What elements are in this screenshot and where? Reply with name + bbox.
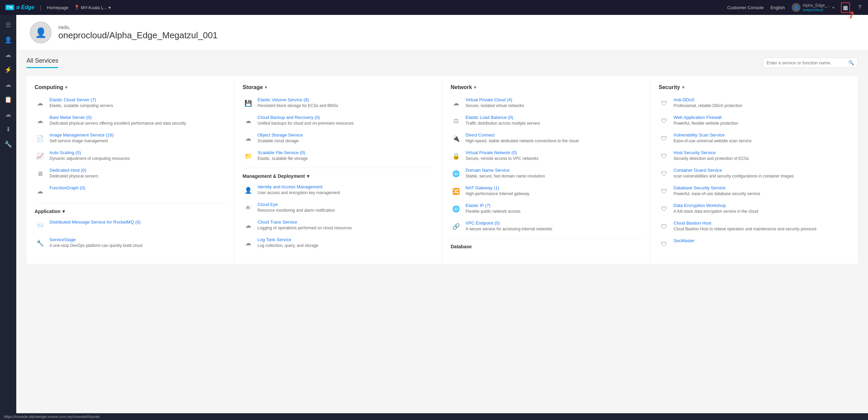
computing-chevron-icon[interactable]: ▾ (65, 85, 67, 90)
mgmt-chevron-icon[interactable]: ▾ (307, 173, 309, 179)
fg-name[interactable]: FunctionGraph (0) (50, 185, 85, 190)
hss-name[interactable]: Host Security Service (674, 150, 749, 155)
customer-console-link[interactable]: Customer Console (727, 5, 764, 10)
dashboard-icon-button[interactable]: ▦ (841, 2, 850, 13)
service-fg[interactable]: ☁ FunctionGraph (0) (35, 185, 226, 197)
tm-logo: TM (5, 5, 14, 10)
network-chevron-icon[interactable]: ▾ (474, 85, 476, 90)
bms-name[interactable]: Bare Metal Server (0) (50, 115, 186, 120)
evs-name[interactable]: Elastic Volume Service (8) (258, 97, 338, 102)
service-cgs[interactable]: 🛡 Container Guard Service scan vulnerabi… (659, 168, 850, 179)
sidebar-item-settings[interactable]: 🔧 (1, 138, 15, 151)
dew-name[interactable]: Data Encryption Workshop (674, 203, 758, 208)
service-nat[interactable]: 🔀 NAT Gateway (1) High-performance Inter… (451, 185, 642, 197)
service-lts[interactable]: ☁ Log Tank Service Log collection, query… (243, 237, 434, 249)
location-icon: 📍 (74, 5, 80, 10)
lts-name[interactable]: Log Tank Service (258, 237, 318, 242)
secmaster-name[interactable]: SecMaster (674, 238, 695, 243)
service-ces[interactable]: 👁 Cloud Eye Resource monitoring and alar… (243, 202, 434, 213)
service-dbss[interactable]: 🛡 Database Security Service Powerful, ea… (659, 185, 850, 197)
service-hss[interactable]: 🛡 Host Security Service Security detecti… (659, 150, 850, 162)
sidebar-item-compute[interactable]: ☁ (1, 78, 15, 91)
homepage-link[interactable]: Homepage (47, 5, 68, 10)
service-dns[interactable]: 🌐 Domain Name Service Stable, secure, fa… (451, 168, 642, 179)
location-selector[interactable]: 📍 MY-Kuala L... ▾ (74, 5, 111, 10)
application-chevron-icon[interactable]: ▾ (62, 209, 65, 214)
cbh-name[interactable]: Cloud Bastion Host (674, 220, 817, 226)
service-sfs[interactable]: 📁 Scalable File Service (0) Elastic, sca… (243, 150, 434, 162)
brand-logo[interactable]: TM α Edge (5, 4, 34, 10)
service-vpn[interactable]: 🔒 Virtual Private Network (0) Secure, re… (451, 150, 642, 162)
vpc-name[interactable]: Virtual Private Cloud (4) (466, 97, 524, 102)
service-dms[interactable]: 📨 Distributed Message Service for Rocket… (35, 219, 226, 231)
cbr-name[interactable]: Cloud Backup and Recovery (0) (258, 115, 354, 120)
service-evs[interactable]: 💾 Elastic Volume Service (8) Persistent … (243, 97, 434, 109)
obs-name[interactable]: Object Storage Service (258, 132, 303, 138)
service-elb[interactable]: ⚖ Elastic Load Balance (0) Traffic distr… (451, 115, 642, 126)
ces-info: Cloud Eye Resource monitoring and alarm … (258, 202, 335, 213)
service-eip[interactable]: 🌐 Elastic IP (7) Flexible public network… (451, 203, 642, 214)
service-dc[interactable]: 🔌 Direct Connect High-speed, stable dedi… (451, 132, 642, 144)
as-name[interactable]: Auto Scaling (0) (50, 150, 130, 155)
service-vpc[interactable]: ☁ Virtual Private Cloud (4) Secure, isol… (451, 97, 642, 109)
service-deh[interactable]: 🖥 Dedicated Host (0) Dedicated physical … (35, 168, 226, 179)
language-selector[interactable]: English (770, 5, 785, 10)
sidebar-menu-toggle[interactable]: ☰ (1, 18, 15, 32)
vpcep-name[interactable]: VPC Endpoint (0) (466, 220, 552, 226)
nat-name[interactable]: NAT Gateway (1) (466, 185, 529, 190)
dns-name[interactable]: Domain Name Service (466, 168, 545, 173)
search-icon[interactable]: 🔍 (848, 60, 854, 65)
service-cbh[interactable]: 🛡 Cloud Bastion Host Cloud Bastion Host … (659, 220, 850, 232)
service-ecs[interactable]: ☁ Elastic Cloud Server (7) Elastic, scal… (35, 97, 226, 109)
service-secmaster[interactable]: 🛡 SecMaster (659, 238, 850, 250)
service-as[interactable]: 📈 Auto Scaling (0) Dynamic adjustment of… (35, 150, 226, 162)
service-search-input[interactable] (767, 60, 848, 65)
vpc-icon: ☁ (451, 98, 461, 109)
storage-chevron-icon[interactable]: ▾ (265, 85, 267, 90)
service-search-box[interactable]: 🔍 (763, 58, 858, 68)
service-cbr[interactable]: ☁ Cloud Backup and Recovery (0) Unified … (243, 115, 434, 126)
service-antiddos[interactable]: 🛡 Anti-DDoS Professional, reliable DDoS … (659, 97, 850, 109)
sfs-name[interactable]: Scalable File Service (0) (258, 150, 308, 155)
sidebar-item-storage[interactable]: ☁ (1, 108, 15, 121)
waf-name[interactable]: Web Application Firewall (674, 115, 738, 120)
help-icon-button[interactable]: ? (857, 3, 863, 12)
sidebar-item-cloud[interactable]: ☁ (1, 48, 15, 62)
service-vpcep[interactable]: 🔗 VPC Endpoint (0) A secure service for … (451, 220, 642, 232)
user-menu[interactable]: 👤 Alpha_Edge_... oneprocloud ▾ (792, 3, 834, 12)
service-cts[interactable]: ☁ Cloud Trace Service Logging of operati… (243, 219, 434, 231)
service-bms[interactable]: ☁ Bare Metal Server (0) Dedicated physic… (35, 115, 226, 126)
service-iam[interactable]: 👤 Identity and Access Management User ac… (243, 184, 434, 196)
servicestage-name[interactable]: ServiceStage (50, 237, 142, 242)
service-waf[interactable]: 🛡 Web Application Firewall Powerful, fle… (659, 115, 850, 126)
eip-name[interactable]: Elastic IP (7) (466, 203, 520, 208)
service-obs[interactable]: ☁ Object Storage Service Scalable cloud … (243, 132, 434, 144)
service-vss[interactable]: 🛡 Vulnerability Scan Service Ease-of-use… (659, 132, 850, 144)
obs-desc: Scalable cloud storage (258, 138, 303, 144)
ims-name[interactable]: Image Management Service (16) (50, 132, 114, 138)
sidebar-item-profile[interactable]: 👤 (1, 33, 15, 47)
application-header: Application ▾ (35, 209, 226, 214)
service-servicestage[interactable]: 🔧 ServiceStage A one-stop DevOps platfor… (35, 237, 226, 249)
security-chevron-icon[interactable]: ▾ (682, 85, 684, 90)
cts-name[interactable]: Cloud Trace Service (258, 219, 352, 225)
deh-icon: 🖥 (35, 168, 45, 179)
sidebar-item-monitoring[interactable]: ⚡ (1, 63, 15, 77)
iam-name[interactable]: Identity and Access Management (258, 184, 340, 189)
dc-name[interactable]: Direct Connect (466, 132, 579, 138)
antiddos-name[interactable]: Anti-DDoS (674, 97, 743, 102)
sidebar-item-download[interactable]: ⬇ (1, 123, 15, 136)
sidebar-item-list[interactable]: 📋 (1, 93, 15, 106)
ecs-name[interactable]: Elastic Cloud Server (7) (50, 97, 113, 102)
elb-name[interactable]: Elastic Load Balance (0) (466, 115, 540, 120)
dms-name[interactable]: Distributed Message Service for RocketMQ… (50, 219, 141, 225)
vpn-name[interactable]: Virtual Private Network (0) (466, 150, 538, 155)
cgs-name[interactable]: Container Guard Service (674, 168, 794, 173)
vss-name[interactable]: Vulnerability Scan Service (674, 132, 752, 138)
dbss-name[interactable]: Database Security Service (674, 185, 760, 190)
service-dew[interactable]: 🛡 Data Encryption Workshop A full-stack … (659, 203, 850, 214)
deh-name[interactable]: Dedicated Host (0) (50, 168, 98, 173)
servicestage-desc: A one-stop DevOps platform can quickly b… (50, 243, 142, 249)
ces-name[interactable]: Cloud Eye (258, 202, 335, 207)
service-ims[interactable]: 📄 Image Management Service (16) Self-ser… (35, 132, 226, 144)
